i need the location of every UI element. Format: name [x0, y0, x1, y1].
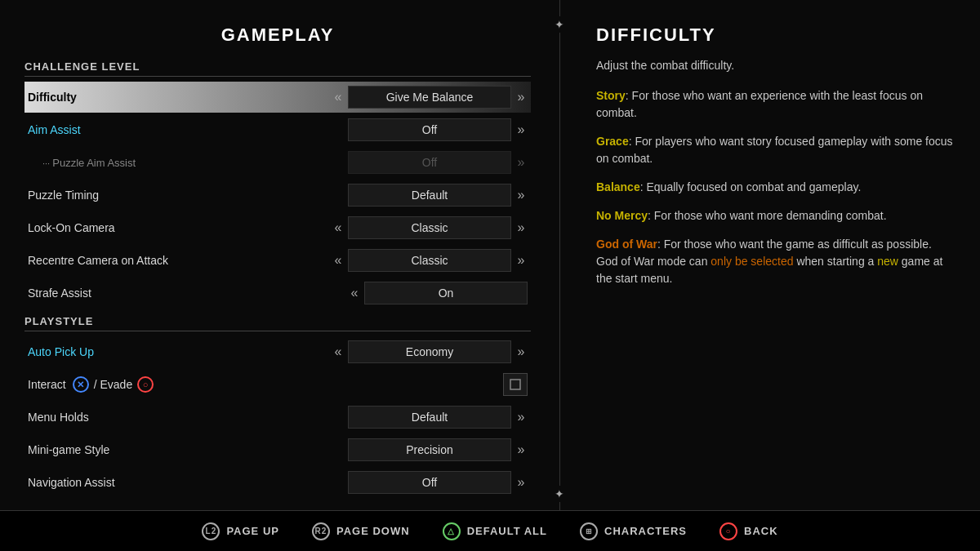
navigation-assist-value: Off [348, 471, 511, 494]
lock-on-camera-arrow-left[interactable]: « [332, 220, 345, 235]
strafe-assist-label: Strafe Assist [28, 287, 348, 300]
menu-holds-value: Default [348, 406, 511, 429]
story-name: Story [596, 89, 626, 102]
difficulty-arrow-left[interactable]: « [332, 90, 345, 104]
story-entry: Story: For those who want an experience … [596, 87, 956, 122]
gow-text3: when starting a [794, 255, 878, 268]
gow-only-selected: only be selected [710, 255, 793, 268]
navigation-assist-label: Navigation Assist [28, 476, 348, 489]
recentre-camera-value-container: « Classic » [332, 249, 528, 272]
puzzle-aim-assist-value-container: Off » [348, 151, 528, 174]
auto-pick-up-value: Economy [348, 340, 511, 363]
left-panel: GAMEPLAY CHALLENGE LEVEL Difficulty « Gi… [0, 0, 547, 551]
recentre-camera-arrow-right[interactable]: » [514, 253, 528, 268]
recentre-camera-label: Recentre Camera on Attack [28, 254, 332, 267]
aim-assist-row[interactable]: Aim Assist Off » [24, 114, 531, 145]
main-container: GAMEPLAY CHALLENGE LEVEL Difficulty « Gi… [0, 0, 980, 551]
puzzle-aim-assist-label: Puzzle Aim Assist [28, 157, 348, 169]
right-panel: DIFFICULTY Adjust the combat difficulty.… [572, 0, 980, 551]
page-up-action[interactable]: L2 PAGE UP [202, 522, 279, 540]
aim-assist-value: Off [348, 118, 511, 141]
nomercy-name: No Mercy [596, 209, 648, 222]
puzzle-timing-row[interactable]: Puzzle Timing Default » [24, 180, 531, 211]
auto-pick-up-label: Auto Pick Up [28, 345, 332, 358]
evade-label: / Evade [94, 378, 132, 391]
navigation-assist-value-container: Off » [348, 471, 528, 494]
lock-on-camera-arrow-right[interactable]: » [514, 220, 528, 235]
aim-assist-label: Aim Assist [28, 123, 348, 136]
balance-text: : Equally focused on combat and gameplay… [640, 180, 862, 193]
default-all-label: DEFAULT ALL [467, 525, 547, 537]
back-button[interactable]: ○ [719, 522, 737, 540]
triangle-button[interactable]: △ [443, 522, 461, 540]
challenge-level-label: CHALLENGE LEVEL [24, 60, 531, 77]
minigame-style-row[interactable]: Mini-game Style Precision » [24, 434, 531, 465]
back-action[interactable]: ○ BACK [719, 522, 778, 540]
grace-entry: Grace: For players who want story focuse… [596, 133, 956, 167]
bottom-bar: L2 PAGE UP R2 PAGE DOWN △ DEFAULT ALL ⊞ … [0, 510, 980, 551]
puzzle-aim-assist-value: Off [348, 151, 511, 174]
auto-pick-up-row[interactable]: Auto Pick Up « Economy » [24, 336, 531, 367]
divider-top-ornament: ✦ [553, 16, 566, 33]
strafe-assist-value-container: « On [348, 282, 528, 304]
puzzle-timing-value-container: Default » [348, 184, 528, 207]
balance-name: Balance [596, 180, 640, 193]
svg-rect-0 [510, 380, 520, 389]
difficulty-description: Adjust the combat difficulty. [596, 57, 956, 74]
balance-entry: Balance: Equally focused on combat and g… [596, 179, 956, 196]
difficulty-label: Difficulty [28, 91, 332, 104]
recentre-camera-row[interactable]: Recentre Camera on Attack « Classic » [24, 245, 531, 276]
auto-pick-up-arrow-right[interactable]: » [514, 344, 528, 359]
auto-pick-up-value-container: « Economy » [332, 340, 528, 363]
r2-button[interactable]: R2 [312, 522, 330, 540]
puzzle-aim-assist-arrow-right: » [514, 155, 528, 170]
interact-row[interactable]: Interact ✕ / Evade ○ [24, 369, 531, 400]
difficulty-value: Give Me Balance [348, 86, 511, 109]
l2-button[interactable]: L2 [202, 522, 220, 540]
menu-holds-label: Menu Holds [28, 411, 348, 424]
puzzle-aim-assist-row: Puzzle Aim Assist Off » [24, 147, 531, 178]
menu-holds-row[interactable]: Menu Holds Default » [24, 402, 531, 433]
page-down-label: PAGE DOWN [336, 525, 410, 537]
navigation-assist-row[interactable]: Navigation Assist Off » [24, 467, 531, 498]
default-all-action[interactable]: △ DEFAULT ALL [443, 522, 547, 540]
interact-label-group: Interact ✕ / Evade ○ [28, 376, 154, 393]
divider-bottom-ornament: ✦ [553, 486, 566, 502]
back-label: BACK [744, 525, 778, 537]
grace-name: Grace [596, 135, 629, 148]
gow-name: God of War [596, 238, 657, 251]
story-text: : For those who want an experience with … [596, 89, 923, 119]
aim-assist-arrow-right[interactable]: » [514, 122, 528, 137]
grid-button[interactable]: ⊞ [580, 522, 598, 540]
navigation-assist-arrow-right[interactable]: » [514, 475, 528, 490]
strafe-assist-value: On [364, 282, 528, 304]
lock-on-camera-row[interactable]: Lock-On Camera « Classic » [24, 212, 531, 243]
characters-action[interactable]: ⊞ CHARACTERS [580, 522, 687, 540]
puzzle-timing-arrow-right[interactable]: » [514, 188, 528, 202]
difficulty-arrow-right[interactable]: » [514, 90, 528, 104]
strafe-assist-arrow-left[interactable]: « [348, 286, 361, 300]
difficulty-panel-title: DIFFICULTY [596, 24, 956, 46]
difficulty-value-container: « Give Me Balance » [332, 86, 528, 109]
difficulty-row[interactable]: Difficulty « Give Me Balance » [24, 82, 531, 113]
menu-holds-arrow-right[interactable]: » [514, 410, 528, 424]
nomercy-entry: No Mercy: For those who want more demand… [596, 207, 956, 224]
interact-toggle-icon [510, 379, 521, 390]
lock-on-camera-value-container: « Classic » [332, 216, 528, 239]
grace-text: : For players who want story focused gam… [596, 135, 953, 165]
playstyle-settings-list: Auto Pick Up « Economy » Interact ✕ / Ev… [24, 336, 531, 498]
characters-label: CHARACTERS [604, 525, 687, 537]
recentre-camera-value: Classic [348, 249, 511, 272]
puzzle-timing-value: Default [348, 184, 511, 207]
lock-on-camera-value: Classic [348, 216, 511, 239]
interact-toggle[interactable] [503, 373, 528, 396]
recentre-camera-arrow-left[interactable]: « [332, 253, 345, 268]
minigame-style-label: Mini-game Style [28, 443, 348, 456]
nomercy-text: : For those who want more demanding comb… [648, 209, 887, 222]
strafe-assist-row[interactable]: Strafe Assist « On [24, 278, 531, 309]
auto-pick-up-arrow-left[interactable]: « [332, 344, 345, 359]
minigame-style-value: Precision [348, 438, 511, 461]
minigame-style-arrow-right[interactable]: » [514, 442, 528, 457]
page-down-action[interactable]: R2 PAGE DOWN [312, 522, 410, 540]
godofwar-entry: God of War: For those who want the game … [596, 236, 956, 287]
